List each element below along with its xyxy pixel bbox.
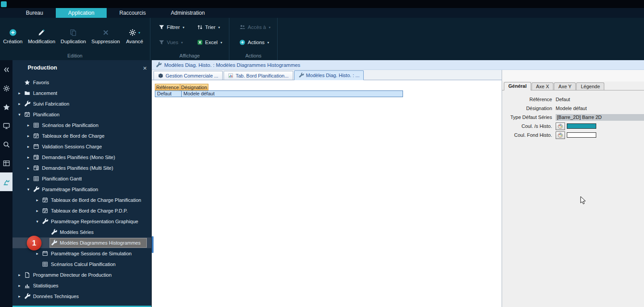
field-dropdown-value[interactable]: [Barre_2D] Barre 2D (556, 114, 644, 121)
ribbon-button[interactable]: Accès à ▼ (237, 23, 274, 31)
dropdown-arrow-icon: ▼ (218, 26, 220, 29)
ribbon-button[interactable]: Filtrer ▼ (156, 23, 188, 31)
field-value: Modele défaut (556, 106, 587, 111)
ribbon-button-icon (239, 24, 245, 30)
rail-item-search[interactable] (0, 135, 12, 154)
tree-item[interactable]: Demandes Planifiées (Mono Site) (12, 152, 151, 163)
rail-item-modules[interactable] (0, 154, 12, 172)
field-label: Type Défaut Séries (502, 115, 556, 120)
ribbon-button-label: Modification (28, 39, 55, 44)
tree-item[interactable]: Tableaux de Bord de Charge Planification (12, 195, 151, 205)
grid-cell-designation[interactable]: Modele défaut (181, 90, 403, 97)
ribbon-button-label: Suppression (91, 39, 120, 44)
menu-tab[interactable]: Raccourcis (107, 8, 158, 18)
tree-item-icon (42, 218, 48, 225)
grid-column-header[interactable]: Référence (155, 84, 180, 91)
tree-item-label: Planification (33, 112, 59, 117)
tree-item[interactable]: Programme Directeur de Production (12, 270, 151, 280)
tree-item-icon (24, 90, 30, 96)
menu-tab[interactable]: Application (56, 8, 107, 18)
tree-item-label: Tableaux de Bord de Charge P.D.P. (51, 208, 128, 213)
color-swatch[interactable] (567, 132, 596, 138)
grid-row[interactable]: Defaut Modele défaut (155, 90, 502, 97)
expander-icon (25, 187, 32, 192)
menu-tab[interactable]: Administration (158, 8, 217, 18)
tree-item[interactable]: Suivi Fabrication (12, 98, 151, 109)
ribbon-button[interactable]: Trier ▼ (194, 23, 226, 31)
expander-icon (34, 198, 41, 202)
properties-tab[interactable]: Légende (576, 82, 604, 90)
rail-item-favorites[interactable] (0, 98, 12, 116)
tree-item[interactable]: Planification Gantt (12, 173, 151, 184)
grid-column-header[interactable]: Désignation (180, 84, 208, 91)
ribbon-button[interactable]: ▼ Duplication (58, 23, 88, 49)
dropdown-arrow-icon: ▼ (267, 41, 270, 44)
field-label: Désignation (502, 106, 556, 111)
rail-item-desktop[interactable] (0, 116, 12, 135)
tree-item[interactable]: Planification (12, 109, 151, 120)
tree-item[interactable]: Lancement (12, 88, 151, 98)
menu-bar: Bureau Application Raccourcis Administra… (0, 8, 644, 18)
ribbon-button[interactable]: ▼ Suppression (89, 23, 122, 49)
window-titlebar (0, 0, 644, 8)
properties-tab[interactable]: Général (504, 82, 531, 90)
sidebar-header: Production × (12, 60, 151, 75)
menu-tab[interactable]: Bureau (13, 8, 56, 18)
ribbon-button-label: Avancé (126, 39, 143, 44)
rail-item-icon (3, 122, 10, 130)
document-tab[interactable]: Tab. Bord Planification... (224, 71, 293, 80)
field-label: Coul. /s Histo. (502, 123, 556, 129)
ribbon-button[interactable]: Excel ▼ (194, 38, 226, 46)
tree-item-icon (33, 133, 39, 139)
dropdown-arrow-icon: ▼ (268, 26, 271, 29)
tree-item[interactable]: Demandes Planifiées (Multi Site) (12, 163, 151, 173)
ribbon-group-label: Edition (0, 53, 150, 60)
expander-icon (34, 219, 41, 224)
document-tab[interactable]: Gestion Commerciale ... (154, 71, 223, 80)
properties-tabstrip: GénéralAxe XAxe YLégende (502, 82, 644, 90)
rail-item-settings[interactable] (0, 79, 12, 98)
tree-item-label: Favoris (33, 80, 49, 85)
tree-item[interactable]: Données Techniques (12, 291, 151, 302)
rail-item-collapse[interactable] (0, 60, 12, 79)
color-swatch[interactable] (567, 123, 596, 129)
tree-item[interactable]: Paramétrage Planification (12, 184, 151, 195)
ribbon-button[interactable]: ▼ Modification (25, 23, 57, 49)
ribbon-button[interactable]: Actions ▼ (237, 38, 274, 46)
color-picker-button[interactable] (556, 123, 565, 130)
properties-tab[interactable]: Axe X (532, 82, 553, 90)
field-value: Defaut (556, 97, 570, 102)
ribbon-group-affichage: Filtrer ▼ Trier ▼ Vues ▼ Excel ▼ Afficha… (150, 18, 229, 60)
tree-item[interactable]: Tableaux de Bord de Charge (12, 131, 151, 141)
close-icon[interactable]: × (143, 65, 147, 71)
icon-rail (0, 60, 12, 307)
tree-item[interactable]: Scénarios Calcul Planification (12, 259, 151, 270)
content-area: Modèles Diag. Histo. : Modèles Diagramme… (152, 60, 644, 307)
grid-cell-reference[interactable]: Defaut (155, 90, 182, 97)
tree-item[interactable]: Tableaux de Bord de Charge P.D.P. (12, 205, 151, 216)
ribbon-button-icon (158, 24, 165, 30)
splitter-handle[interactable] (152, 236, 154, 253)
ribbon-button-label: Filtrer (167, 25, 180, 30)
tree-item[interactable]: Paramétrage Représentation Graphique (12, 216, 151, 227)
tree-item[interactable]: Statistiques (12, 280, 151, 291)
ribbon-button-label: Vues (167, 40, 179, 45)
tree-item-label: Scénarios de Planification (42, 123, 99, 128)
tree-item[interactable]: Validation Sessions Charge (12, 141, 151, 152)
ribbon-button-icon (158, 39, 165, 45)
dropdown-arrow-icon: ▼ (180, 41, 183, 44)
tree-item-label: Données Techniques (33, 294, 79, 299)
color-picker-button[interactable] (556, 131, 565, 139)
expander-icon (16, 294, 23, 299)
document-tab[interactable]: Modèles Diag. Histo. : ... (294, 70, 364, 80)
ribbon-button-icon (197, 39, 203, 45)
rail-item-production[interactable] (0, 172, 12, 191)
ribbon-button[interactable]: Vues ▼ (156, 38, 188, 46)
tree-item[interactable]: Favoris (12, 77, 151, 88)
properties-tab[interactable]: Axe Y (554, 82, 576, 90)
tree-item-icon (33, 186, 39, 192)
ribbon-button[interactable]: ▼ Avancé (123, 23, 146, 49)
ribbon-button[interactable]: ▼ Création (1, 23, 25, 49)
tree-item[interactable]: Scénarios de Planification (12, 120, 151, 131)
properties-form: Référence Defaut Defaut Désignation Mode… (502, 90, 644, 139)
